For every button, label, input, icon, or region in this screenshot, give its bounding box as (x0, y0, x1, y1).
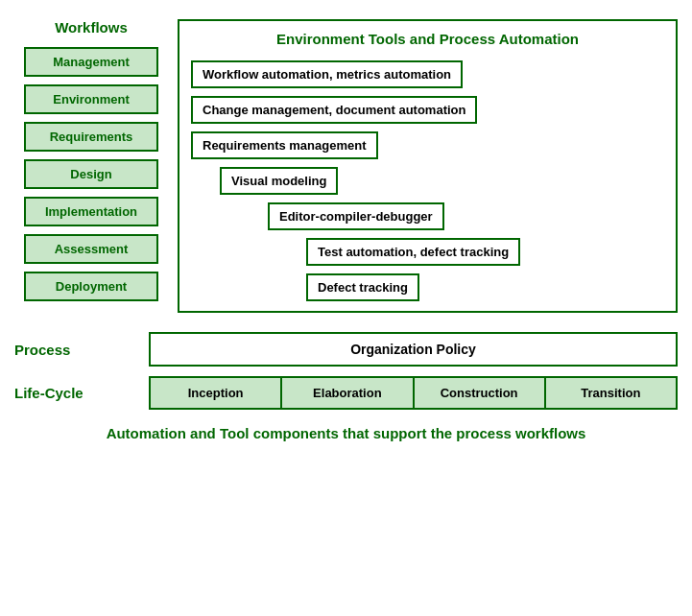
workflow-implementation: Implementation (24, 197, 158, 226)
env-row-2: Requirements management (191, 131, 664, 159)
workflow-requirements: Requirements (24, 122, 158, 152)
lifecycle-phases: Inception Elaboration Construction Trans… (149, 376, 678, 410)
environment-tools-list: Workflow automation, metrics automation … (191, 60, 664, 301)
environment-column: Environment Tools and Process Automation… (178, 19, 678, 313)
footer-text: Automation and Tool components that supp… (14, 423, 678, 443)
env-tool-assessment: Test automation, defect tracking (306, 238, 520, 266)
env-tool-design: Visual modeling (220, 167, 338, 195)
env-row-6: Defect tracking (191, 273, 664, 301)
workflow-deployment: Deployment (24, 272, 158, 301)
workflows-title: Workflows (55, 19, 128, 36)
env-tool-deployment: Defect tracking (306, 273, 419, 301)
env-tool-management: Workflow automation, metrics automation (191, 60, 463, 88)
workflow-design: Design (24, 159, 158, 189)
bottom-section: Process Organization Policy Life-Cycle I… (14, 332, 678, 410)
env-tool-environment: Change management, document automation (191, 96, 477, 124)
env-row-3: Visual modeling (191, 167, 664, 195)
env-row-5: Test automation, defect tracking (191, 238, 664, 266)
env-row-4: Editor-compiler-debugger (191, 202, 664, 230)
workflow-management: Management (24, 47, 158, 77)
env-tool-requirements: Requirements management (191, 131, 378, 159)
env-row-0: Workflow automation, metrics automation (191, 60, 664, 88)
org-policy-box: Organization Policy (149, 332, 678, 367)
phase-inception: Inception (151, 378, 282, 408)
environment-title: Environment Tools and Process Automation (191, 31, 664, 47)
env-row-1: Change management, document automation (191, 96, 664, 124)
process-row: Process Organization Policy (14, 332, 678, 367)
process-label: Process (14, 342, 130, 358)
env-tool-implementation: Editor-compiler-debugger (268, 202, 444, 230)
phase-transition: Transition (546, 378, 676, 408)
workflow-environment: Environment (24, 84, 158, 114)
phase-construction: Construction (415, 378, 546, 408)
phase-elaboration: Elaboration (282, 378, 414, 408)
workflow-assessment: Assessment (24, 234, 158, 264)
workflows-column: Workflows Management Environment Require… (14, 19, 168, 313)
lifecycle-row: Life-Cycle Inception Elaboration Constru… (14, 376, 678, 410)
lifecycle-label: Life-Cycle (14, 385, 130, 401)
